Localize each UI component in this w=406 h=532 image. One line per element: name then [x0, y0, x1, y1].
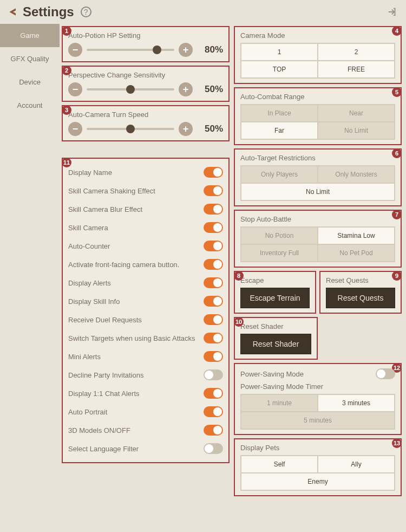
help-icon[interactable]: ? — [81, 7, 91, 17]
setting-group: 3 Auto-Camera Turn Speed − + 50% — [62, 105, 230, 141]
toggle-switch[interactable] — [204, 314, 223, 325]
toggle-switch[interactable] — [204, 167, 223, 178]
toggle-label: Skill Camera — [68, 224, 204, 232]
reset-quests-button[interactable]: Reset Quests — [326, 288, 395, 308]
toggle-switch[interactable] — [204, 333, 223, 343]
option[interactable]: Self — [241, 456, 318, 473]
option[interactable]: Ally — [318, 456, 395, 473]
option[interactable]: Stamina Low — [318, 227, 395, 244]
power-saving-title: Power-Saving Mode — [240, 370, 304, 378]
setting-group: 13 Display PetsSelfAllyEnemy — [234, 438, 402, 496]
option[interactable]: 1 — [241, 43, 318, 61]
header: Settings ? — [0, 0, 406, 24]
group-number-badge: 8 — [234, 271, 244, 281]
toggle-switch[interactable] — [204, 259, 223, 270]
toggle-switch[interactable] — [204, 241, 223, 251]
tab-gfx-quality[interactable]: GFX Quality — [0, 47, 60, 70]
exit-icon[interactable] — [387, 6, 398, 18]
slider-track[interactable] — [87, 49, 174, 51]
option[interactable]: No Pet Pod — [318, 244, 395, 262]
option[interactable]: Inventory Full — [241, 244, 318, 262]
group-title: Auto-Camera Turn Speed — [68, 111, 223, 119]
reset-shader-button[interactable]: Reset Shader — [240, 334, 311, 354]
group-number-badge: 9 — [392, 271, 402, 281]
group-number-badge: 13 — [392, 438, 402, 448]
decrease-button[interactable]: − — [68, 122, 82, 136]
group-title: Auto-Target Restrictions — [240, 154, 395, 162]
option[interactable]: In Place — [241, 105, 318, 122]
setting-group: 2 Perspective Change Sensitivity − + 50% — [62, 66, 230, 102]
tab-device[interactable]: Device — [0, 70, 60, 94]
toggle-switch[interactable] — [204, 222, 223, 233]
group-title: Stop Auto-Battle — [240, 215, 395, 223]
toggle-label: 3D Models ON/OFF — [68, 426, 204, 434]
option-grid: 1 minute3 minutes5 minutes — [240, 394, 395, 430]
toggle-switch[interactable] — [204, 425, 223, 436]
power-saving-toggle[interactable] — [376, 368, 395, 379]
toggle-switch[interactable] — [204, 406, 223, 417]
toggle-label: Skill Camera Shaking Effect — [68, 187, 204, 195]
decrease-button[interactable]: − — [68, 82, 82, 96]
option[interactable]: Near — [318, 105, 395, 122]
option[interactable]: No Limit — [241, 183, 395, 200]
option[interactable]: No Limit — [318, 122, 395, 139]
group-title: Auto-Potion HP Setting — [68, 31, 223, 40]
option[interactable]: TOP — [241, 61, 318, 78]
toggle-switch[interactable] — [204, 185, 223, 196]
setting-group: 11 Display Name Skill Camera Shaking Eff… — [62, 158, 230, 463]
group-title: Reset Quests — [326, 276, 395, 284]
increase-button[interactable]: + — [179, 82, 193, 96]
tab-game[interactable]: Game — [0, 24, 60, 47]
toggle-label: Display Skill Info — [68, 297, 204, 306]
toggle-switch[interactable] — [204, 277, 223, 288]
group-number-badge: 4 — [392, 26, 402, 36]
option[interactable]: Enemy — [241, 473, 395, 490]
power-saving-timer-title: Power-Saving Mode Timer — [240, 382, 395, 391]
option[interactable]: 5 minutes — [241, 412, 395, 429]
toggle-label: Activate front-facing camera button. — [68, 261, 204, 269]
setting-group: 6 Auto-Target RestrictionsOnly PlayersOn… — [234, 148, 402, 206]
group-number-badge: 10 — [234, 317, 244, 327]
setting-group: 10 Reset ShaderReset Shader — [234, 317, 318, 360]
option[interactable]: FREE — [318, 61, 395, 78]
option[interactable]: 2 — [318, 43, 395, 61]
increase-button[interactable]: + — [179, 43, 193, 57]
option-grid: SelfAllyEnemy — [240, 455, 395, 491]
group-title: Display Pets — [240, 444, 395, 452]
toggle-label: Mini Alerts — [68, 353, 204, 361]
toggle-switch[interactable] — [204, 369, 223, 380]
toggle-label: Auto-Counter — [68, 242, 204, 250]
toggle-switch[interactable] — [204, 351, 223, 362]
option[interactable]: 1 minute — [241, 394, 318, 412]
setting-group: 1 Auto-Potion HP Setting − + 80% — [62, 26, 230, 62]
slider-track[interactable] — [87, 128, 174, 130]
option-grid: Only PlayersOnly MonstersNo Limit — [240, 165, 395, 201]
toggle-switch[interactable] — [204, 388, 223, 399]
toggle-switch[interactable] — [204, 296, 223, 307]
sidebar: GameGFX QualityDeviceAccount — [0, 24, 60, 532]
option-grid: In PlaceNearFarNo Limit — [240, 104, 395, 140]
toggle-switch[interactable] — [204, 443, 223, 454]
option-grid: 12TOPFREE — [240, 43, 395, 79]
increase-button[interactable]: + — [179, 122, 193, 136]
option[interactable]: Only Players — [241, 166, 318, 183]
option[interactable]: No Potion — [241, 227, 318, 244]
group-number-badge: 3 — [62, 105, 71, 115]
toggle-label: Skill Camera Blur Effect — [68, 205, 204, 213]
option[interactable]: 3 minutes — [318, 394, 395, 412]
decrease-button[interactable]: − — [68, 43, 82, 57]
toggle-label: Display Alerts — [68, 279, 204, 287]
toggle-label: Display 1:1 Chat Alerts — [68, 390, 204, 398]
group-number-badge: 7 — [392, 210, 402, 219]
group-title: Escape — [240, 276, 310, 284]
escape-terrain-button[interactable]: Escape Terrain — [240, 288, 310, 308]
back-icon[interactable] — [8, 7, 18, 17]
option[interactable]: Only Monsters — [318, 166, 395, 183]
setting-group: 7 Stop Auto-BattleNo PotionStamina LowIn… — [234, 210, 402, 268]
toggle-switch[interactable] — [204, 204, 223, 215]
toggle-label: Display Name — [68, 168, 204, 177]
tab-account[interactable]: Account — [0, 94, 60, 117]
slider-track[interactable] — [87, 88, 174, 90]
option[interactable]: Far — [241, 122, 318, 139]
option-grid: No PotionStamina LowInventory FullNo Pet… — [240, 226, 395, 262]
